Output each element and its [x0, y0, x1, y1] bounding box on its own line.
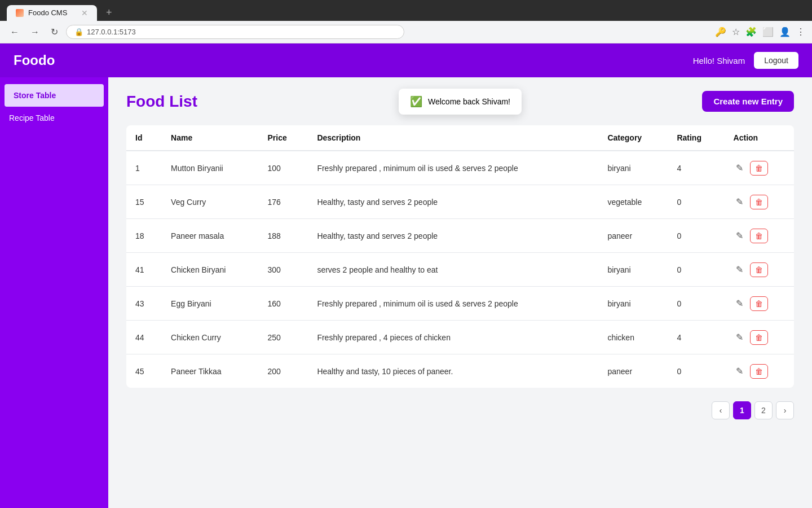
cell-price: 300 — [259, 253, 308, 287]
bookmark-icon: ☆ — [732, 27, 740, 37]
edit-button[interactable]: ✎ — [734, 364, 745, 379]
cell-action: ✎ 🗑 — [725, 354, 794, 388]
edit-button[interactable]: ✎ — [734, 194, 745, 209]
edit-button[interactable]: ✎ — [734, 228, 745, 243]
cell-price: 160 — [259, 287, 308, 321]
cell-description: Freshly prepared , minimum oil is used &… — [308, 287, 598, 321]
cell-action: ✎ 🗑 — [725, 321, 794, 354]
table-row: 41 Chicken Biryani 300 serves 2 people a… — [126, 253, 794, 287]
cell-rating: 0 — [668, 354, 724, 388]
edit-button[interactable]: ✎ — [734, 262, 745, 277]
app-body: Store Table Recipe Table ✅ Welcome back … — [0, 77, 812, 508]
cell-action: ✎ 🗑 — [725, 219, 794, 253]
tab-close-button[interactable]: ✕ — [81, 8, 88, 17]
delete-button[interactable]: 🗑 — [750, 262, 768, 277]
col-price: Price — [259, 125, 308, 151]
cell-action: ✎ 🗑 — [725, 185, 794, 219]
cell-description: Healthy, tasty and serves 2 people — [308, 219, 598, 253]
col-name: Name — [162, 125, 258, 151]
cell-id: 44 — [126, 321, 162, 354]
cell-description: Freshly prepared , minimum oil is used &… — [308, 151, 598, 185]
cell-rating: 0 — [668, 253, 724, 287]
main-content: ✅ Welcome back Shivam! Food List Create … — [108, 77, 812, 508]
cell-description: Healthy, tasty and serves 2 people — [308, 185, 598, 219]
table-row: 43 Egg Biryani 160 Freshly prepared , mi… — [126, 287, 794, 321]
forward-button[interactable]: → — [27, 25, 43, 40]
delete-button[interactable]: 🗑 — [750, 296, 768, 311]
edit-button[interactable]: ✎ — [734, 296, 745, 311]
key-icon: 🔑 — [715, 27, 726, 37]
cell-category: chicken — [598, 321, 668, 354]
cell-id: 15 — [126, 185, 162, 219]
delete-button[interactable]: 🗑 — [750, 195, 768, 209]
delete-button[interactable]: 🗑 — [750, 364, 768, 379]
cell-id: 43 — [126, 287, 162, 321]
col-category: Category — [598, 125, 668, 151]
brand-name: Foodo — [14, 52, 55, 68]
lock-icon: 🔒 — [74, 28, 83, 36]
cell-name: Paneer masala — [162, 219, 258, 253]
cell-action: ✎ 🗑 — [725, 151, 794, 185]
cell-price: 100 — [259, 151, 308, 185]
table-row: 1 Mutton Biryanii 100 Freshly prepared ,… — [126, 151, 794, 185]
toast-notification: ✅ Welcome back Shivam! — [399, 89, 522, 115]
create-entry-button[interactable]: Create new Entry — [702, 91, 794, 112]
col-id: Id — [126, 125, 162, 151]
table-row: 18 Paneer masala 188 Healthy, tasty and … — [126, 219, 794, 253]
sidebar-item-recipe-table[interactable]: Recipe Table — [0, 107, 108, 129]
cell-rating: 0 — [668, 219, 724, 253]
reload-button[interactable]: ↻ — [47, 24, 61, 40]
cell-id: 45 — [126, 354, 162, 388]
cell-description: serves 2 people and healthy to eat — [308, 253, 598, 287]
cell-id: 41 — [126, 253, 162, 287]
cell-category: paneer — [598, 219, 668, 253]
table-header-row: Id Name Price Description Category Ratin… — [126, 125, 794, 151]
browser-toolbar: ← → ↻ 🔒 127.0.0.1:5173 🔑 ☆ 🧩 ⬜ 👤 ⋮ — [0, 21, 812, 43]
cell-category: paneer — [598, 354, 668, 388]
cell-action: ✎ 🗑 — [725, 253, 794, 287]
cell-name: Egg Biryani — [162, 287, 258, 321]
prev-page-button[interactable]: ‹ — [712, 401, 730, 419]
cell-category: vegetable — [598, 185, 668, 219]
cell-category: biryani — [598, 287, 668, 321]
new-tab-button[interactable]: + — [102, 5, 117, 21]
food-table: Id Name Price Description Category Ratin… — [126, 125, 794, 388]
nav-right: Hello! Shivam Logout — [693, 52, 798, 69]
address-bar[interactable]: 🔒 127.0.0.1:5173 — [66, 25, 404, 39]
cell-rating: 0 — [668, 185, 724, 219]
browser-chrome: Foodo CMS ✕ + — [0, 0, 812, 21]
toolbar-icons: 🔑 ☆ 🧩 ⬜ 👤 ⋮ — [715, 27, 805, 37]
tab-title: Foodo CMS — [28, 8, 67, 17]
edit-button[interactable]: ✎ — [734, 160, 745, 176]
table-row: 44 Chicken Curry 250 Freshly prepared , … — [126, 321, 794, 354]
cell-name: Chicken Curry — [162, 321, 258, 354]
delete-button[interactable]: 🗑 — [750, 330, 768, 345]
active-tab[interactable]: Foodo CMS ✕ — [7, 5, 97, 21]
table-row: 45 Paneer Tikkaa 200 Healthy and tasty, … — [126, 354, 794, 388]
page-2-button[interactable]: 2 — [754, 401, 773, 419]
cell-rating: 4 — [668, 151, 724, 185]
delete-button[interactable]: 🗑 — [750, 161, 768, 176]
cell-rating: 0 — [668, 287, 724, 321]
food-table-container: Id Name Price Description Category Ratin… — [126, 125, 794, 388]
window-icon: ⬜ — [762, 27, 774, 37]
logout-button[interactable]: Logout — [754, 52, 798, 69]
greeting-text: Hello! Shivam — [693, 56, 745, 65]
cell-rating: 4 — [668, 321, 724, 354]
top-nav: Foodo Hello! Shivam Logout — [0, 43, 812, 77]
col-rating: Rating — [668, 125, 724, 151]
cell-id: 18 — [126, 219, 162, 253]
edit-button[interactable]: ✎ — [734, 330, 745, 345]
cell-price: 250 — [259, 321, 308, 354]
cell-name: Mutton Biryanii — [162, 151, 258, 185]
back-button[interactable]: ← — [7, 25, 23, 40]
page-title: Food List — [126, 93, 197, 111]
toast-check-icon: ✅ — [410, 95, 422, 108]
cell-price: 200 — [259, 354, 308, 388]
delete-button[interactable]: 🗑 — [750, 229, 768, 243]
sidebar-item-store-table[interactable]: Store Table — [5, 84, 104, 107]
cell-price: 188 — [259, 219, 308, 253]
next-page-button[interactable]: › — [776, 401, 794, 419]
page-1-button[interactable]: 1 — [733, 401, 751, 419]
cell-category: biryani — [598, 253, 668, 287]
